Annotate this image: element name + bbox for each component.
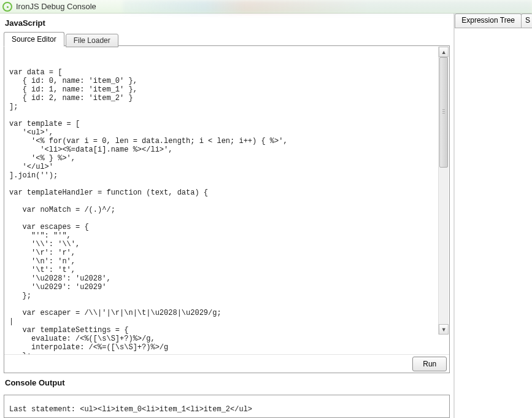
tab-cut-off[interactable]: S	[521, 14, 532, 28]
left-panel: JavaScript Source Editor File Loader var…	[0, 14, 454, 418]
right-tabstrip: Expression Tree S	[455, 14, 532, 28]
scroll-up-button[interactable]: ▲	[439, 47, 449, 57]
tab-file-loader[interactable]: File Loader	[66, 34, 118, 47]
editor-scroll-area: var data = [ { id: 0, name: 'item_0' }, …	[4, 46, 449, 354]
app-icon	[2, 2, 12, 12]
javascript-heading: JavaScript	[4, 17, 450, 31]
vertical-scrollbar[interactable]: ▲ ▼	[438, 47, 449, 335]
scroll-down-button[interactable]: ▼	[439, 324, 449, 335]
titlebar-background-blur	[123, 0, 532, 14]
tab-source-editor[interactable]: Source Editor	[4, 32, 64, 47]
console-output-heading: Console Output	[4, 373, 450, 391]
window-title: IronJS Debug Console	[16, 2, 96, 11]
scroll-thumb[interactable]	[439, 57, 448, 168]
window-titlebar: IronJS Debug Console	[0, 0, 532, 14]
code-editor[interactable]: var data = [ { id: 0, name: 'item_0' }, …	[4, 53, 449, 354]
run-row: Run	[4, 354, 449, 373]
console-output: Last statement: <ul><li>item_0<li>item_1…	[4, 395, 450, 418]
tab-expression-tree[interactable]: Expression Tree	[455, 14, 522, 28]
editor-container: var data = [ { id: 0, name: 'item_0' }, …	[4, 45, 450, 373]
right-panel: Expression Tree S	[454, 14, 532, 418]
run-button[interactable]: Run	[412, 357, 447, 371]
editor-tabstrip: Source Editor File Loader	[4, 31, 450, 46]
scroll-track[interactable]	[439, 57, 449, 324]
console-output-text: Last statement: <ul><li>item_0<li>item_1…	[9, 405, 252, 414]
